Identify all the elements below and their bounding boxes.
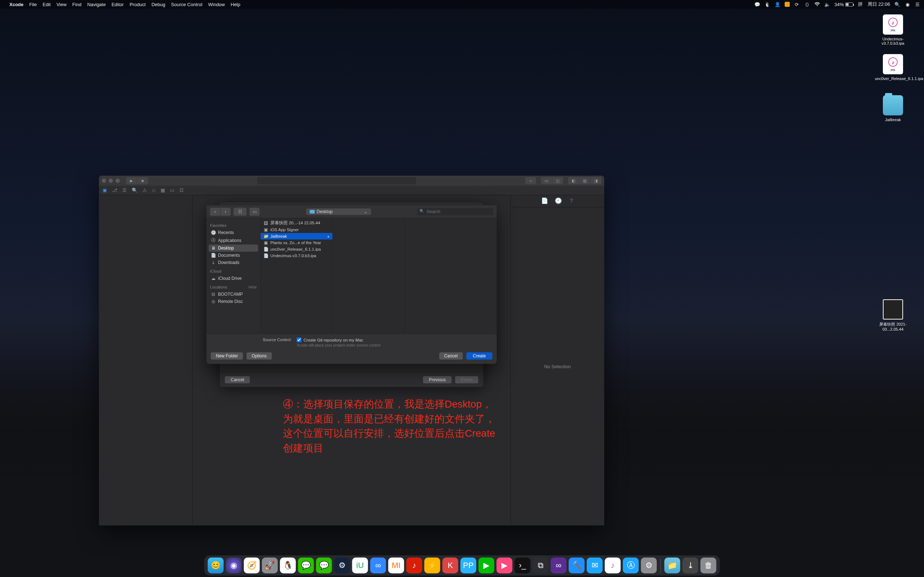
dock-downloads[interactable]: ⤓ [683, 558, 698, 574]
nav-back-button[interactable]: ‹ [210, 208, 220, 216]
toggle-inspector-button[interactable]: ◨ [591, 177, 601, 184]
report-navigator-icon[interactable]: ☲ [179, 187, 184, 193]
menu-product[interactable]: Product [129, 2, 146, 7]
sidebar-item-recents[interactable]: 🕘Recents [208, 229, 258, 236]
siri-icon[interactable]: ◉ [905, 2, 910, 7]
menu-navigate[interactable]: Navigate [87, 2, 106, 7]
dock-folder[interactable]: 📁 [664, 558, 680, 574]
location-popup[interactable]: Desktop ⌄ [306, 208, 371, 215]
menu-view[interactable]: View [56, 2, 66, 7]
menu-editor[interactable]: Editor [111, 2, 124, 7]
dock-iqiyi[interactable]: ▶ [478, 558, 494, 574]
dock-safari[interactable]: 🧭 [244, 558, 260, 574]
minimize-window-button[interactable] [109, 179, 113, 183]
notification-center-icon[interactable]: ☰ [914, 2, 921, 7]
dock-baidu[interactable]: ∞ [370, 558, 386, 574]
menu-source-control[interactable]: Source Control [171, 2, 202, 7]
sync-status-icon[interactable]: ⟳ [794, 2, 800, 7]
dock-steam[interactable]: ⚙ [334, 558, 350, 574]
sidebar-item-downloads[interactable]: ⤓Downloads [208, 259, 258, 266]
git-checkbox-input[interactable] [297, 338, 301, 342]
spotlight-icon[interactable]: 🔍 [894, 2, 900, 7]
dock-xcode[interactable]: 🔨 [569, 558, 585, 574]
create-button[interactable]: Create [466, 352, 492, 359]
dock-preferences[interactable]: ⚙ [641, 558, 657, 574]
dock-wechat[interactable]: 💬 [298, 558, 314, 574]
file-row[interactable]: ▣Plants vs. Zo...e of the Year [261, 239, 333, 246]
sidebar-item-icloud-drive[interactable]: ☁iCloud Drive [208, 275, 258, 282]
git-checkbox[interactable]: Create Git repository on my Mac [297, 338, 380, 342]
sidebar-item-desktop[interactable]: 🖥Desktop [208, 245, 258, 252]
history-inspector-icon[interactable]: 🕘 [555, 197, 562, 205]
qq-status-icon[interactable]: 🐧 [764, 2, 770, 7]
view-mode-button[interactable]: ☷ [234, 208, 247, 216]
wizard-previous-button[interactable]: Previous [423, 376, 452, 384]
input-source-icon[interactable]: 拼 [858, 2, 863, 7]
file-row-selected[interactable]: 📁Jailbreak▸ [261, 233, 333, 239]
dock-qq[interactable]: 🐧 [280, 558, 296, 574]
dock-trash[interactable]: 🗑 [701, 558, 716, 574]
options-button[interactable]: Options [247, 352, 271, 359]
wifi-icon[interactable] [814, 2, 820, 7]
menu-find[interactable]: Find [72, 2, 81, 7]
dock-vscode[interactable]: ⧉ [533, 558, 549, 574]
menu-window[interactable]: Window [208, 2, 225, 7]
menu-app[interactable]: Xcode [10, 2, 23, 7]
nav-forward-button[interactable]: › [221, 208, 231, 216]
dock-siri[interactable]: ◉ [226, 558, 242, 574]
desktop-icon-ipa-2[interactable]: ♪IPA unc0ver_Release_6.1.1.ipa [875, 54, 911, 81]
editor-standard-button[interactable]: ▭ [541, 177, 552, 184]
clock[interactable]: 周日 22:06 [868, 1, 890, 8]
sidebar-item-documents[interactable]: 📄Documents [208, 252, 258, 259]
group-button[interactable]: ▭ [249, 208, 260, 216]
dock-terminal[interactable]: ›_ [515, 558, 531, 574]
wechat-status-icon[interactable]: 💬 [754, 2, 760, 7]
stop-button[interactable]: ■ [137, 177, 148, 184]
dock-youku[interactable]: ▶ [497, 558, 512, 574]
desktop-icon-screenshot[interactable]: 屏幕快照 2021-03...2.05.44 [875, 299, 911, 331]
toggle-debug-button[interactable]: ▥ [579, 177, 590, 184]
add-button[interactable]: ＋ [525, 177, 536, 184]
menu-debug[interactable]: Debug [152, 2, 165, 7]
toggle-navigator-button[interactable]: ◧ [568, 177, 579, 184]
dock-iu[interactable]: iU [352, 558, 368, 574]
volume-icon[interactable]: 🔈 [824, 2, 830, 7]
zoom-window-button[interactable] [115, 179, 120, 183]
dock-launchpad[interactable]: 🚀 [262, 558, 278, 574]
file-row[interactable]: 📄Undecimus-v3.7.0.b3.ipa [261, 253, 333, 259]
cancel-button[interactable]: Cancel [439, 352, 463, 359]
dock-netease[interactable]: ♪ [406, 558, 422, 574]
desktop-icon-ipa-1[interactable]: ♪IPA Undecimus-v3.7.0.b3.ipa [875, 15, 911, 45]
file-row[interactable]: ▣iOS App Signer [261, 226, 333, 233]
editor-assistant-button[interactable]: ◫ [552, 177, 563, 184]
debug-navigator-icon[interactable]: ▦ [161, 187, 165, 193]
sidebar-item-remote-disc[interactable]: ◎Remote Disc [208, 298, 258, 305]
test-navigator-icon[interactable]: ◇ [152, 187, 155, 193]
file-row[interactable]: 🖼屏幕快照 20...-14 22.05.44 [261, 220, 333, 226]
user-status-icon[interactable]: 👤 [775, 2, 780, 7]
symbol-navigator-icon[interactable]: ☰ [122, 187, 127, 193]
new-folder-button[interactable]: New Folder [211, 352, 243, 359]
menu-edit[interactable]: Edit [43, 2, 50, 7]
dock-pp[interactable]: PP [460, 558, 477, 574]
sidebar-item-bootcamp[interactable]: ⊟BOOTCAMP [208, 291, 258, 298]
dock-mi[interactable]: MI [388, 558, 404, 574]
breakpoint-navigator-icon[interactable]: ▭ [170, 187, 174, 193]
project-navigator-icon[interactable]: ▣ [102, 187, 107, 193]
dock-finder[interactable]: 😊 [208, 558, 224, 574]
dock-vs[interactable]: ∞ [551, 558, 567, 574]
dock-thunder[interactable]: ⚡ [425, 558, 440, 574]
file-inspector-icon[interactable]: 📄 [541, 197, 548, 205]
close-window-button[interactable] [102, 179, 106, 183]
sidebar-item-applications[interactable]: ⒶApplications [208, 236, 258, 245]
menu-file[interactable]: File [29, 2, 37, 7]
dock-itunes[interactable]: ♪ [605, 558, 621, 574]
chevrons-status-icon[interactable]: ⟨⟩ [804, 2, 810, 7]
wizard-cancel-button[interactable]: Cancel [225, 376, 250, 384]
file-row[interactable]: 📄unc0ver_Release_6.1.1.ipa [261, 246, 333, 253]
desktop-icon-folder[interactable]: Jailbreak [875, 95, 911, 122]
dock-appstore[interactable]: Ⓐ [623, 558, 639, 574]
menu-help[interactable]: Help [231, 2, 241, 7]
battery-status[interactable]: 34% [835, 2, 853, 7]
help-inspector-icon[interactable]: ？ [569, 197, 574, 205]
